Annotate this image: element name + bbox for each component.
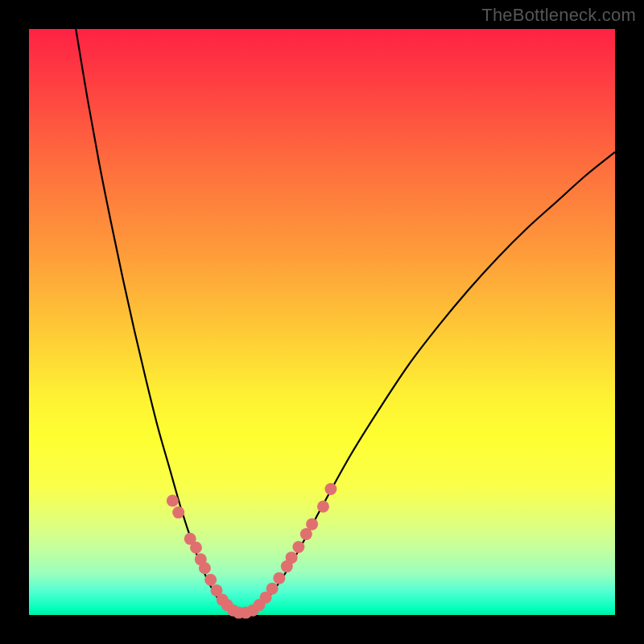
right-marker-cluster: [324, 483, 336, 495]
curve-layer: [29, 29, 615, 615]
right-marker-cluster: [317, 501, 329, 513]
right-marker-cluster: [292, 541, 304, 553]
right-marker-cluster: [306, 518, 318, 530]
plot-area: [29, 29, 615, 615]
marker-group: [167, 483, 337, 619]
right-marker-cluster: [273, 572, 285, 584]
left-marker-cluster: [190, 542, 202, 554]
right-marker-cluster: [286, 551, 298, 564]
watermark-text: TheBottleneck.com: [481, 5, 636, 26]
chart-container: TheBottleneck.com: [0, 0, 644, 644]
left-marker-cluster: [199, 562, 211, 574]
left-marker-cluster: [172, 506, 184, 518]
left-marker-cluster: [167, 495, 179, 507]
bottleneck-curve-left: [76, 29, 240, 614]
right-marker-cluster: [266, 583, 279, 595]
left-marker-cluster: [204, 574, 217, 586]
